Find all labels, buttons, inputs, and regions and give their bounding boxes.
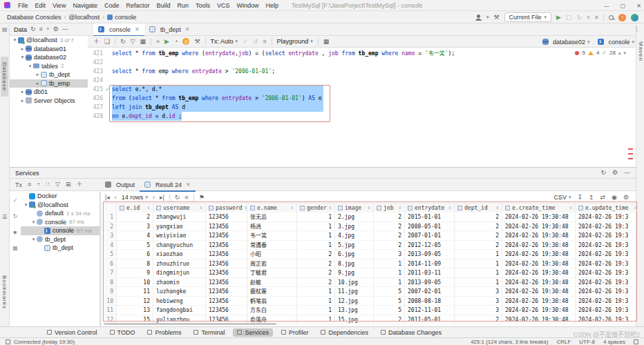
services-tree-item-console[interactable]: console67 ms (21, 226, 100, 235)
table-view-icon[interactable]: ▦ (323, 39, 330, 45)
commit-icon[interactable]: ✓ (243, 39, 248, 45)
expand-all-icon[interactable]: ≡ (28, 181, 31, 188)
menu-item-view[interactable]: View (49, 2, 69, 9)
pin-icon[interactable]: ⚑ (199, 195, 205, 201)
next-chevron-icon[interactable]: ▾ (623, 50, 626, 56)
hide-icon[interactable]: — (62, 26, 68, 32)
database-tree-item-database02[interactable]: ▾database02 (10, 53, 88, 62)
tx-icon[interactable]: Tx (15, 181, 22, 188)
coverage-icon[interactable]: ↻ (576, 14, 582, 21)
tx-mode-selector[interactable]: Tx: Auto ▾ (211, 38, 238, 45)
menu-item-code[interactable]: Code (101, 2, 123, 9)
menu-item-navigate[interactable]: Navigate (69, 2, 101, 9)
caret-position[interactable]: 425:1 (124 chars, 3 line breaks) (471, 339, 549, 345)
services-tree-item-tb-dept[interactable]: ▾tb_dept (21, 235, 100, 244)
menu-item-tools[interactable]: Tools (192, 2, 214, 9)
sort-icon[interactable]: ↕ (291, 204, 294, 213)
table-row[interactable]: 12zhangwuji123456张无忌12.jpg22015-01-01220… (101, 213, 636, 222)
database-tree-item-database01[interactable]: ▸database01 (10, 45, 88, 54)
profile-icon[interactable]: p (182, 38, 189, 45)
prev-page-icon[interactable]: ‹ (115, 195, 117, 201)
run-all-icon[interactable]: » (156, 39, 160, 45)
wrench-icon[interactable]: ⚒ (194, 39, 200, 45)
services-strip-icon[interactable]: ☰ (2, 214, 7, 220)
breadcrumb-item-localhost[interactable]: @localhost (69, 14, 100, 21)
stop-button[interactable]: ■ (595, 14, 598, 21)
editor-line-428[interactable]: 428on e.dept_id = d.id ; (88, 112, 636, 121)
editor-line-423[interactable]: 423select * from emp where entrydate > '… (88, 67, 636, 76)
horizontal-scrollbar[interactable] (104, 323, 276, 325)
database-tree-item-tb-emp[interactable]: ▸tb_emp (10, 79, 88, 88)
run-config-selector[interactable]: Current File ▾ (504, 12, 552, 22)
editor-line-421[interactable]: 421select * from tb_emp where (entrydate… (88, 49, 636, 58)
tab-console[interactable]: console✕ (93, 23, 144, 36)
reload-icon[interactable]: ↻ (175, 195, 180, 201)
sql-editor[interactable]: 421select * from tb_emp where (entrydate… (88, 48, 636, 167)
tool-window-button-database-changes[interactable]: Database Changes (377, 328, 446, 337)
tool-window-button-services[interactable]: Services (233, 328, 273, 337)
prev-chevron-icon[interactable]: ▴ (618, 50, 621, 56)
debug-icon[interactable]: ▢ (566, 14, 572, 21)
database-tree-item-localhost[interactable]: ▾@localhost3 of 7 (10, 36, 88, 45)
editor-line-424[interactable]: 424 (88, 76, 636, 85)
tool-window-button-problems[interactable]: Problems (143, 328, 185, 337)
maven-tool-button[interactable]: Maven (638, 41, 644, 61)
tool-window-button-profiler[interactable]: Profiler (277, 328, 313, 337)
tool-window-button-terminal[interactable]: Terminal (189, 328, 229, 337)
column-header-password[interactable]: password↕ (206, 204, 247, 213)
services-tree-item-localhost[interactable]: ▾@localhost (21, 201, 100, 210)
tree-expanded-arrow-icon[interactable]: ▾ (30, 237, 37, 242)
tree-expanded-arrow-icon[interactable]: ▾ (19, 55, 26, 60)
tree-collapsed-arrow-icon[interactable]: ▸ (35, 81, 41, 86)
group-icon[interactable]: ∷ (46, 181, 50, 188)
collapse-all-icon[interactable]: ÷ (37, 181, 40, 188)
refresh-icon[interactable]: ↻ (120, 39, 126, 45)
table-row[interactable]: 1012hebiweng123456鹤笔翁112.jpg52008-08-183… (101, 297, 636, 306)
menu-item-edit[interactable]: Edit (32, 2, 50, 9)
collapse-all-icon[interactable]: ≡ (39, 26, 43, 32)
error-stripe-mark[interactable] (628, 148, 633, 150)
compare-icon[interactable]: ⇄ (600, 195, 606, 201)
maximize-button[interactable]: ▢ (621, 3, 626, 9)
database-tree-item-server-objects[interactable]: ▸Server Objects (10, 97, 88, 106)
split-icon[interactable]: ÷ (46, 26, 50, 32)
gear-icon[interactable]: ⚙ (612, 170, 618, 176)
tree-expanded-arrow-icon[interactable]: ▾ (12, 37, 18, 43)
table-row[interactable]: 1113fangdongbai123456方东白113.jpg52012-11-… (101, 306, 636, 315)
column-header-gender[interactable]: gender↕ (297, 204, 335, 213)
menu-item-window[interactable]: Window (234, 2, 263, 9)
preview-icon[interactable]: ◉ (612, 195, 617, 201)
grid-icon[interactable]: ▦ (12, 245, 18, 251)
column-header-e-name[interactable]: e.name↕ (247, 204, 297, 213)
schema-icon[interactable]: ▦ (140, 39, 146, 45)
inspection-badges[interactable]: 5 4 ✓ 28 ▴ ▾ (575, 50, 626, 56)
database-tree-item-db01[interactable]: ▸db01 (10, 88, 88, 97)
tree-collapsed-arrow-icon[interactable]: ▸ (19, 89, 26, 95)
copy-icon[interactable]: ❏ (104, 39, 110, 45)
sort-icon[interactable]: ↕ (368, 204, 370, 213)
sort-icon[interactable]: ↕ (448, 204, 451, 213)
layout-icon[interactable]: ↻ (600, 170, 606, 176)
column-header-job[interactable]: job↕ (374, 204, 405, 213)
more-run-chevron-icon[interactable]: ▾ (587, 14, 590, 21)
tab-output[interactable]: Output (100, 179, 140, 191)
tool-window-button-todo[interactable]: TODO (106, 328, 140, 337)
editor-line-425[interactable]: 425✓select e.*, d.* (88, 85, 636, 94)
services-tree-item-docker[interactable]: Docker (21, 192, 100, 201)
project-icon[interactable]: ▤ (2, 26, 8, 32)
history-icon[interactable]: ◔ (174, 39, 178, 45)
database-tree-item-tb-dept[interactable]: ▸tb_dept (10, 70, 88, 79)
sort-icon[interactable]: ↕ (569, 204, 572, 213)
editor-line-426[interactable]: 426from (select * from tb_emp where entr… (88, 94, 636, 103)
playground-selector[interactable]: Playground ▾ (277, 38, 313, 45)
close-icon[interactable]: ✕ (185, 26, 190, 32)
gear-icon[interactable]: ⚙ (53, 26, 59, 32)
services-tree-item-console[interactable]: ▾console67 ms (21, 218, 100, 227)
table-row[interactable]: 45changyuchun123456常遇春15.jpg22012-12-052… (101, 241, 636, 250)
services-tree-item-tb-dept[interactable]: tb_dept (21, 244, 100, 253)
upload-icon[interactable]: ↥ (589, 195, 594, 201)
error-stripe-mark[interactable] (628, 158, 633, 159)
menu-item-refactor[interactable]: Refactor (122, 2, 153, 9)
table-row[interactable]: 68zhouzhiruo123456周芷若28.jpg12014-11-0912… (101, 259, 636, 269)
menu-item-build[interactable]: Build (153, 2, 173, 9)
